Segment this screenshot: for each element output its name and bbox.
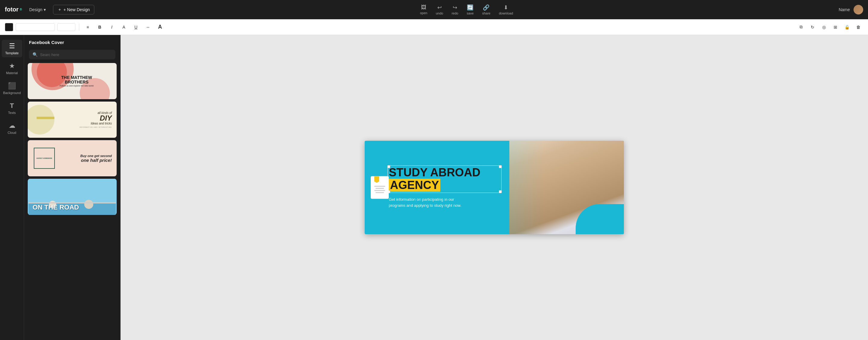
text-selection-box[interactable]: STUDY ABROAD AGENCY: [389, 167, 500, 192]
rotate-button[interactable]: ↻: [808, 22, 817, 32]
share-tool[interactable]: 🔗 share: [482, 4, 491, 15]
underline-button[interactable]: U: [131, 22, 141, 32]
harvey-brand: HARVEY HOMEWARE: [36, 157, 52, 159]
templates-grid: THE MATTHEW BROTHERS Follow us and explo…: [24, 63, 120, 340]
texts-icon: T: [10, 102, 14, 110]
chevron-down-icon: ▾: [44, 7, 46, 12]
download-tool[interactable]: ⬇ download: [499, 4, 513, 15]
sidebar-item-cloud[interactable]: ☁ Cloud: [2, 119, 22, 137]
font-family-selector[interactable]: Montserrat ▾: [16, 23, 55, 31]
redo-label: redo: [452, 11, 458, 15]
text-color-swatch[interactable]: [5, 23, 13, 31]
canvas-subtitle: Get information on participating in ourp…: [389, 196, 500, 208]
template-panel: Facebook Cover 🔍 THE MATTHEW BROTHERS Fo…: [24, 35, 121, 340]
save-label: save: [467, 11, 473, 15]
new-design-button[interactable]: ＋ + New Design: [53, 5, 95, 14]
font-size-selector[interactable]: 60 ▾: [57, 23, 75, 31]
tcard2-diy: DIY: [80, 115, 112, 122]
font-size-button[interactable]: A: [119, 22, 129, 32]
lock-button[interactable]: 🔒: [842, 22, 852, 32]
avatar-image: [854, 5, 863, 14]
selection-handle-tl[interactable]: [387, 165, 390, 168]
document-icon: [371, 176, 389, 199]
topbar-left: fotor® Design ▾ ＋ + New Design: [5, 5, 94, 14]
sidebar-item-texts[interactable]: T Texts: [2, 99, 22, 117]
canvas-title-highlight: AGENCY: [389, 179, 440, 192]
layers-button[interactable]: ⊞: [831, 22, 840, 32]
svg-point-7: [84, 200, 93, 209]
template-card-ontheroad[interactable]: ON THE ROAD: [28, 179, 117, 215]
save-tool[interactable]: 🔄 save: [467, 4, 473, 15]
material-icon: ★: [9, 62, 15, 70]
tcard4-title: ON THE ROAD: [33, 204, 79, 211]
undo-tool[interactable]: ↩ undo: [436, 4, 443, 15]
italic-button[interactable]: I: [107, 22, 117, 32]
svg-rect-3: [37, 117, 55, 119]
tcard1-title: THE MATTHEW BROTHERS: [55, 75, 99, 85]
selection-handle-br[interactable]: [499, 190, 502, 193]
selection-handle-tr[interactable]: [499, 165, 502, 168]
open-label: open: [420, 11, 427, 15]
logo: fotor®: [5, 6, 22, 13]
doc-icon-wrapper: [371, 176, 389, 199]
template-card-matthew[interactable]: THE MATTHEW BROTHERS Follow us and explo…: [28, 63, 117, 99]
chevron-down-icon: ▾: [40, 25, 42, 30]
canvas-main-title: STUDY ABROAD AGENCY: [389, 167, 500, 192]
tcard1-text-block: THE MATTHEW BROTHERS Follow us and explo…: [55, 75, 99, 87]
bookmark-decoration: [374, 176, 379, 183]
topbar-tools: 🖼 open ↩ undo ↪ redo 🔄 save 🔗 share ⬇ do…: [94, 4, 839, 15]
redo-tool[interactable]: ↪ redo: [452, 4, 458, 15]
user-name: Name: [839, 7, 850, 12]
cloud-label: Cloud: [7, 131, 16, 134]
align-button[interactable]: ≡: [83, 22, 93, 32]
duplicate-button[interactable]: ⧉: [796, 22, 806, 32]
tcard3-line1: Buy one get second: [80, 154, 112, 158]
doc-line-3: [374, 190, 385, 191]
search-input[interactable]: [40, 53, 112, 57]
letter-spacing-button[interactable]: ↔: [143, 22, 153, 32]
font-size-label: 60: [60, 25, 65, 30]
design-label: Design: [29, 7, 42, 12]
doc-line-4: [375, 192, 384, 193]
download-icon: ⬇: [504, 4, 508, 11]
logo-registered: ®: [20, 8, 22, 11]
formatbar: Montserrat ▾ 60 ▾ ≡ B I A U ↔ A ⧉ ↻ ◎ ⊞ …: [0, 19, 868, 35]
save-icon: 🔄: [467, 4, 473, 11]
redo-icon: ↪: [453, 4, 457, 11]
canvas-area: STUDY ABROAD AGENCY Get information on p…: [121, 35, 868, 340]
avatar[interactable]: [854, 5, 863, 14]
svg-point-2: [28, 105, 55, 134]
crop-button[interactable]: ◎: [819, 22, 829, 32]
panel-title: Facebook Cover: [24, 35, 120, 50]
tcard1-subtitle: Follow us and explore the wild world: [55, 85, 99, 87]
undo-icon: ↩: [437, 4, 442, 11]
bold-button[interactable]: B: [95, 22, 104, 32]
template-card-diy[interactable]: all kinds of DIY Ideas and tricks INFORM…: [28, 101, 117, 138]
canvas-design[interactable]: STUDY ABROAD AGENCY Get information on p…: [365, 141, 624, 234]
logo-text: fotor: [5, 6, 19, 13]
tcard3-text-block: Buy one get second one half price!: [80, 154, 112, 163]
design-menu-button[interactable]: Design ▾: [27, 6, 48, 13]
template-card-harvey[interactable]: HARVEY HOMEWARE Buy one get second one h…: [28, 140, 117, 176]
delete-button[interactable]: 🗑: [854, 22, 863, 32]
undo-label: undo: [436, 11, 443, 15]
background-icon: ⬛: [8, 82, 16, 90]
search-icon: 🔍: [33, 52, 38, 57]
sidebar-item-material[interactable]: ★ Material: [2, 60, 22, 77]
main-content: ☰ Template ★ Material ⬛ Background T Tex…: [0, 35, 868, 340]
sidebar-icons: ☰ Template ★ Material ⬛ Background T Tex…: [0, 35, 24, 340]
tcard2-caption: INFORMATIVE AND INTERESTING: [80, 126, 112, 128]
divider-1: [79, 24, 79, 31]
background-label: Background: [3, 91, 21, 95]
format-right-tools: ⧉ ↻ ◎ ⊞ 🔒 🗑: [796, 22, 863, 32]
open-tool[interactable]: 🖼 open: [420, 4, 427, 15]
plus-icon: ＋: [58, 7, 62, 12]
sidebar-item-background[interactable]: ⬛ Background: [2, 80, 22, 97]
template-icon: ☰: [9, 42, 15, 50]
doc-line-2: [375, 188, 384, 189]
tcard2-text-block: all kinds of DIY Ideas and tricks INFORM…: [80, 111, 112, 128]
text-case-button[interactable]: A: [155, 22, 165, 32]
template-label: Template: [5, 51, 19, 55]
sidebar-item-template[interactable]: ☰ Template: [2, 40, 22, 57]
topbar: fotor® Design ▾ ＋ + New Design 🖼 open ↩ …: [0, 0, 868, 19]
